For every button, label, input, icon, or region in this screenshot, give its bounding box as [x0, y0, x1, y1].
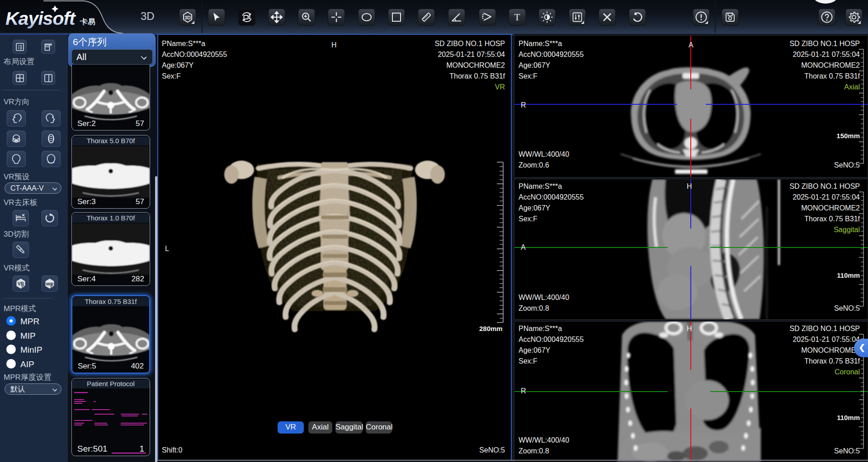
svg-text:卡易: 卡易	[80, 18, 95, 26]
svg-text:3D: 3D	[184, 15, 191, 20]
svg-text:Kayisoft: Kayisoft	[5, 8, 76, 29]
svg-text:®: ®	[51, 285, 53, 288]
svg-text:T: T	[514, 12, 520, 23]
svg-text:®: ®	[22, 285, 24, 288]
